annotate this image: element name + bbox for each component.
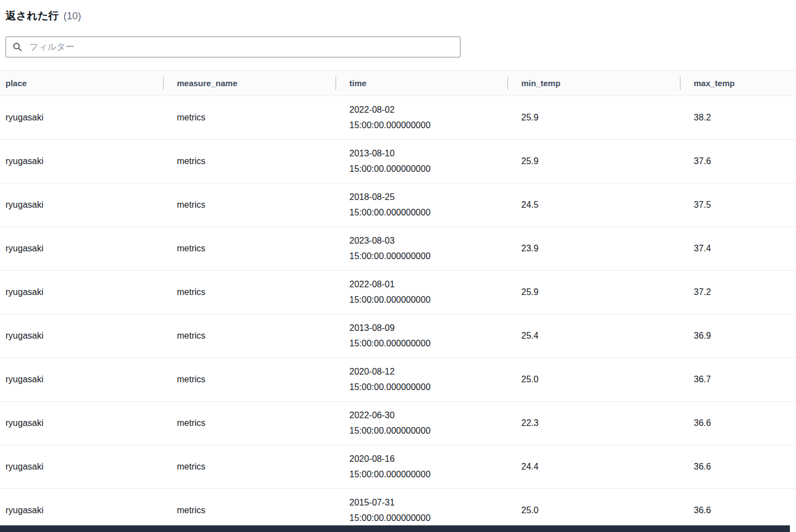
cell-min-temp: 25.4 <box>507 314 680 358</box>
table-row: ryugasakimetrics2020-08-1215:00:00.00000… <box>0 358 796 402</box>
cell-min-temp: 25.9 <box>507 140 680 183</box>
column-header-min_temp: min_temp <box>507 71 680 96</box>
column-header-max_temp: max_temp <box>680 71 796 96</box>
cell-measure-name: metrics <box>163 402 336 445</box>
table-row: ryugasakimetrics2022-08-0215:00:00.00000… <box>0 96 796 140</box>
column-header-place: place <box>0 71 163 96</box>
cell-time: 2022-08-0215:00:00.000000000 <box>336 96 507 140</box>
table-row: ryugasakimetrics2023-08-0315:00:00.00000… <box>0 227 796 271</box>
cell-min-temp: 25.9 <box>507 271 680 314</box>
cell-place: ryugasaki <box>0 402 163 445</box>
table-row: ryugasakimetrics2013-08-1015:00:00.00000… <box>0 140 796 183</box>
row-count-badge: (10) <box>64 10 81 22</box>
cell-place: ryugasaki <box>0 445 163 489</box>
filter-input[interactable] <box>6 36 460 57</box>
cell-min-temp: 24.5 <box>507 183 680 227</box>
cell-measure-name: metrics <box>163 183 336 227</box>
cell-max-temp: 36.7 <box>680 358 796 402</box>
cell-min-temp: 25.9 <box>507 96 680 140</box>
cell-place: ryugasaki <box>0 96 163 140</box>
results-header: 返された行 (10) <box>0 0 796 28</box>
cell-max-temp: 36.6 <box>680 402 796 445</box>
page-title: 返された行 <box>6 9 59 23</box>
table-row: ryugasakimetrics2022-08-0115:00:00.00000… <box>0 271 796 314</box>
cell-place: ryugasaki <box>0 271 163 314</box>
cell-max-temp: 37.6 <box>680 140 796 183</box>
cell-min-temp: 23.9 <box>507 227 680 271</box>
cell-max-temp: 37.4 <box>680 227 796 271</box>
cell-time: 2013-08-0915:00:00.000000000 <box>336 314 507 358</box>
cell-measure-name: metrics <box>163 445 336 489</box>
cell-time: 2013-08-1015:00:00.000000000 <box>336 140 507 183</box>
cell-max-temp: 36.6 <box>680 445 796 489</box>
cell-measure-name: metrics <box>163 140 336 183</box>
cell-max-temp: 38.2 <box>680 96 796 140</box>
table-row: ryugasakimetrics2022-06-3015:00:00.00000… <box>0 402 796 445</box>
cell-max-temp: 37.2 <box>680 271 796 314</box>
table-row: ryugasakimetrics2013-08-0915:00:00.00000… <box>0 314 796 358</box>
cell-measure-name: metrics <box>163 358 336 402</box>
cell-measure-name: metrics <box>163 227 336 271</box>
cell-place: ryugasaki <box>0 314 163 358</box>
cell-max-temp: 36.9 <box>680 314 796 358</box>
cell-measure-name: metrics <box>163 271 336 314</box>
filter-container <box>6 36 460 57</box>
cell-time: 2020-08-1615:00:00.000000000 <box>336 445 507 489</box>
column-header-measure_name: measure_name <box>163 71 336 96</box>
cell-place: ryugasaki <box>0 183 163 227</box>
cell-place: ryugasaki <box>0 140 163 183</box>
cell-time: 2022-06-3015:00:00.000000000 <box>336 402 507 445</box>
cell-min-temp: 25.0 <box>507 358 680 402</box>
cell-max-temp: 37.5 <box>680 183 796 227</box>
cell-min-temp: 22.3 <box>507 402 680 445</box>
cell-time: 2018-08-2515:00:00.000000000 <box>336 183 507 227</box>
cell-time: 2022-08-0115:00:00.000000000 <box>336 271 507 314</box>
column-header-time: time <box>336 71 507 96</box>
cell-measure-name: metrics <box>163 314 336 358</box>
cell-place: ryugasaki <box>0 358 163 402</box>
cell-place: ryugasaki <box>0 227 163 271</box>
cell-time: 2023-08-0315:00:00.000000000 <box>336 227 507 271</box>
query-results-table: placemeasure_nametimemin_tempmax_temp ry… <box>0 70 796 532</box>
table-row: ryugasakimetrics2020-08-1615:00:00.00000… <box>0 445 796 489</box>
cell-time: 2020-08-1215:00:00.000000000 <box>336 358 507 402</box>
cell-min-temp: 24.4 <box>507 445 680 489</box>
split-panel-drag-bar[interactable] <box>0 525 790 532</box>
cell-measure-name: metrics <box>163 96 336 140</box>
table-row: ryugasakimetrics2018-08-2515:00:00.00000… <box>0 183 796 227</box>
table-header-row: placemeasure_nametimemin_tempmax_temp <box>0 71 796 96</box>
